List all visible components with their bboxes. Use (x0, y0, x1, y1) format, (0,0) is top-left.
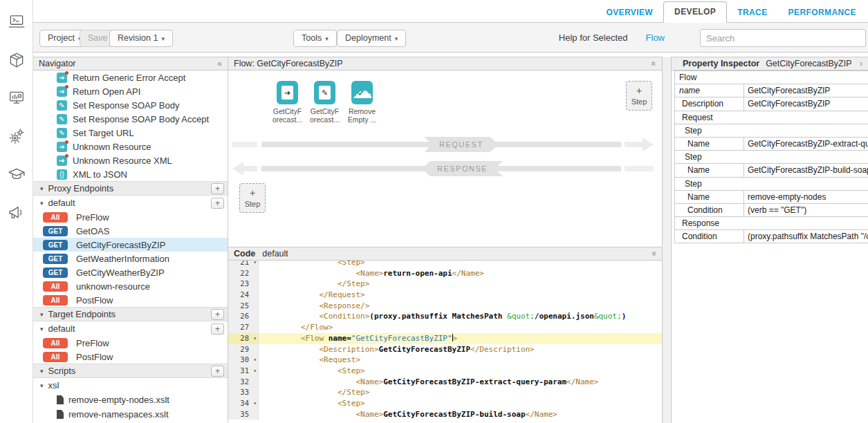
fold-caret-icon[interactable]: ▾ (253, 355, 257, 366)
property-value[interactable]: GetCityForecastByZIP (744, 97, 868, 110)
add-button[interactable]: + (211, 183, 224, 194)
property-label: Request (675, 111, 744, 124)
add-step-button-top[interactable]: + Step (626, 81, 652, 111)
code-line-28[interactable]: 28▾ <Flow name="GetCityForecastByZIP"> (228, 333, 662, 344)
add-button[interactable]: + (211, 323, 224, 335)
navigator-flowitem-unknown-resource[interactable]: Allunknown-resource (33, 279, 228, 293)
property-value[interactable]: (verb == "GET") (744, 204, 868, 216)
navigator-flowitem-postflow[interactable]: AllPostFlow (33, 293, 228, 307)
add-step-label: Step (631, 97, 647, 106)
collapse-left-icon[interactable]: « (217, 57, 222, 70)
expand-caret-icon[interactable]: ▾ (40, 185, 44, 192)
search-input[interactable] (700, 29, 866, 47)
revision-menu-button[interactable]: Revision 1▾ (109, 30, 173, 47)
navigator-file-remove-empty-nodes-xslt[interactable]: remove-empty-nodes.xslt (33, 393, 228, 407)
tools-menu-button[interactable]: Tools▾ (293, 30, 337, 47)
code-line-34[interactable]: 34▾ <Step> (228, 398, 662, 409)
code-line-35[interactable]: 35 <Name>GetCityForecastByZIP-build-soap… (228, 409, 662, 420)
code-line-25[interactable]: 25 <Response/> (228, 301, 662, 312)
add-button[interactable]: + (211, 198, 224, 209)
navigator-section-scripts[interactable]: ▾Scripts+ (33, 364, 228, 378)
code-line-27[interactable]: 27 </Flow> (228, 322, 662, 333)
navigator-subsection-default[interactable]: ▾default+ (33, 321, 228, 336)
line-number: 32 (228, 377, 259, 388)
flow-canvas[interactable]: ➔GetCityF orecast...✎GetCityF orecast...… (228, 70, 662, 247)
navigator-flowitem-getcityweatherbyzip[interactable]: GETGetCityWeatherByZIP (33, 265, 228, 279)
learn-graduation-cap-icon[interactable] (7, 164, 26, 184)
navigator-policy-return-generic-error-accept[interactable]: ➔Return Generic Error Accept (33, 70, 228, 84)
navigator-subsection-xsl[interactable]: ▾xsl (33, 378, 228, 393)
tab-trace[interactable]: TRACE (727, 3, 777, 23)
navigator-policy-return-open-api[interactable]: ➔Return Open API (33, 84, 228, 98)
arrow-red-policy-icon: ➔ (57, 86, 67, 97)
flow-step[interactable]: ➔GetCityF orecast... (277, 81, 298, 124)
code-line-24[interactable]: 24 </Request> (228, 290, 662, 301)
fold-caret-icon[interactable]: ▾ (253, 261, 257, 268)
navigator-policy-unknown-resource-xml[interactable]: ➔Unknown Resource XML (33, 153, 228, 167)
code-line-21[interactable]: 21▾ <Step> (228, 261, 662, 268)
expand-caret-icon[interactable]: ▾ (40, 382, 44, 389)
navigator-flowitem-preflow[interactable]: AllPreFlow (33, 210, 228, 224)
navigator-flowitem-postflow[interactable]: AllPostFlow (33, 350, 228, 364)
panel-splitter[interactable] (662, 57, 672, 423)
code-line-23[interactable]: 23 </Step> (228, 279, 662, 290)
navigator-policy-unknown-resource[interactable]: ➔Unknown Resource (33, 140, 228, 153)
property-row-condition: Condition(proxy.pathsuffix MatchesPath "… (675, 230, 868, 243)
code-line-32[interactable]: 32 <Name>GetCityForecastByZIP-extract-qu… (228, 377, 662, 388)
navigator-policy-xml-to-json[interactable]: {}XML to JSON (33, 167, 228, 181)
fold-caret-icon[interactable]: ▾ (253, 333, 257, 344)
code-editor[interactable]: 21▾ <Step>22 <Name>return-open-api</Name… (228, 261, 662, 423)
navigator-flowitem-getweatherinformation[interactable]: GETGetWeatherInformation (33, 252, 228, 265)
tab-performance[interactable]: PERFORMANCE (778, 3, 867, 23)
flow-step[interactable]: ☁✔Remove Empty ... (351, 81, 373, 124)
admin-gears-icon[interactable] (7, 126, 26, 146)
add-button[interactable]: + (211, 309, 224, 320)
line-number: 21▾ (228, 261, 259, 268)
red-dot-icon (65, 140, 68, 144)
property-value[interactable]: (proxy.pathsuffix MatchesPath "/c (744, 230, 868, 243)
announcements-megaphone-icon[interactable] (7, 203, 26, 222)
deployment-menu-button[interactable]: Deployment▾ (337, 30, 406, 47)
navigator-flowitem-getoas[interactable]: GETGetOAS (33, 224, 228, 238)
expand-caret-icon[interactable]: ▾ (40, 326, 44, 332)
navigator-subsection-default[interactable]: ▾default+ (33, 196, 228, 210)
fold-caret-icon[interactable]: ▾ (253, 366, 257, 377)
navigator-file-remove-namespaces-xslt[interactable]: remove-namespaces.xslt (33, 407, 228, 422)
add-step-button-bottom[interactable]: + Step (239, 183, 266, 213)
code-line-22[interactable]: 22 <Name>return-open-api</Name> (228, 268, 662, 279)
publish-package-icon[interactable] (7, 50, 26, 70)
tab-develop[interactable]: DEVELOP (663, 1, 727, 23)
navigator-flowitem-preflow[interactable]: AllPreFlow (33, 336, 228, 350)
flow-step[interactable]: ✎GetCityF orecast... (314, 81, 335, 124)
code-line-33[interactable]: 33 </Step> (228, 387, 662, 398)
code-line-26[interactable]: 26 <Condition>(proxy.pathsuffix MatchesP… (228, 311, 662, 322)
expand-caret-icon[interactable]: ▾ (40, 311, 44, 318)
code-line-30[interactable]: 30▾ <Request> (228, 355, 662, 366)
expand-caret-icon[interactable]: ▾ (40, 368, 44, 375)
property-label: Condition (675, 204, 744, 216)
add-button[interactable]: + (211, 366, 224, 377)
collapse-right-icon[interactable]: › (860, 57, 862, 70)
collapse-up-icon[interactable]: « (648, 62, 661, 66)
help-flow-link[interactable]: Flow (646, 32, 665, 43)
expand-caret-icon[interactable]: ▾ (40, 200, 44, 207)
collapse-down-icon[interactable]: « (648, 252, 661, 256)
analyze-monitor-icon[interactable] (7, 88, 26, 108)
property-value[interactable]: remove-empty-nodes (744, 191, 868, 203)
navigator-section-target-endpoints[interactable]: ▾Target Endpoints+ (33, 307, 228, 321)
property-value[interactable]: GetCityForecastByZIP-build-soap (744, 164, 868, 176)
property-label: Name (675, 164, 744, 176)
navigator-policy-set-response-soap-body-accept[interactable]: ✎Set Response SOAP Body Accept (33, 112, 228, 126)
fold-caret-icon[interactable]: ▾ (253, 398, 257, 409)
navigator-flowitem-getcityforecastbyzip[interactable]: GETGetCityForecastByZIP (33, 238, 228, 252)
code-header: Code default « (228, 247, 662, 261)
navigator-section-proxy-endpoints[interactable]: ▾Proxy Endpoints+ (33, 181, 228, 196)
code-line-29[interactable]: 29 <Description>GetCityForecastByZIP</De… (228, 344, 662, 355)
tab-overview[interactable]: OVERVIEW (595, 3, 663, 23)
code-line-31[interactable]: 31▾ <Step> (228, 366, 662, 377)
navigator-policy-set-response-soap-body[interactable]: ✎Set Response SOAP Body (33, 98, 228, 112)
develop-terminal-icon[interactable] (7, 12, 26, 32)
property-value[interactable]: GetCityForecastByZIP-extract-query-param (744, 138, 868, 150)
property-value[interactable]: GetCityForecastByZIP (744, 84, 868, 97)
navigator-policy-set-target-url[interactable]: ✎Set Target URL (33, 126, 228, 140)
